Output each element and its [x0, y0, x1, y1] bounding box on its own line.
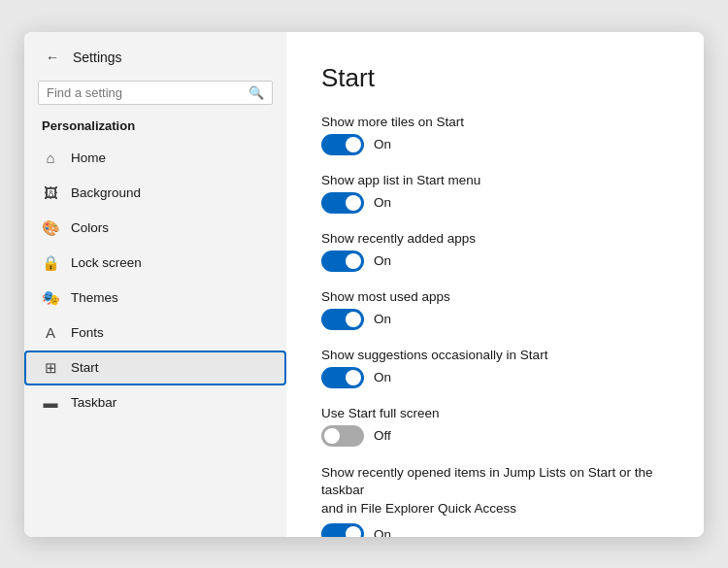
toggle-thumb-more-tiles: [346, 137, 361, 152]
lock-screen-icon: 🔒: [42, 254, 59, 272]
main-content: Start Show more tiles on Start On Show a…: [286, 32, 704, 537]
setting-row-more-tiles: Show more tiles on Start On: [321, 115, 669, 155]
colors-icon: 🎨: [42, 219, 59, 237]
toggle-full-screen[interactable]: [321, 425, 364, 447]
setting-label-suggestions: Show suggestions occasionally in Start: [321, 348, 669, 362]
toggle-row-most-used: On: [321, 309, 669, 330]
sidebar-item-colors[interactable]: 🎨 Colors: [24, 211, 286, 246]
toggle-more-tiles[interactable]: [321, 134, 364, 155]
taskbar-icon: ▬: [42, 394, 59, 412]
setting-label-most-used: Show most used apps: [321, 289, 669, 304]
toggle-recently-added[interactable]: [321, 251, 364, 272]
nav-item-label: Start: [71, 360, 99, 375]
sidebar-item-taskbar[interactable]: ▬ Taskbar: [24, 385, 286, 420]
toggle-suggestions[interactable]: [321, 367, 364, 388]
toggle-row-more-tiles: On: [321, 134, 669, 155]
toggle-row-suggestions: On: [321, 367, 669, 388]
page-title: Start: [321, 63, 669, 93]
toggle-text-most-used: On: [374, 312, 391, 326]
toggle-thumb-full-screen: [324, 428, 340, 444]
sidebar-item-themes[interactable]: 🎭 Themes: [24, 281, 286, 316]
sidebar-item-lock-screen[interactable]: 🔒 Lock screen: [24, 246, 286, 281]
setting-row-full-screen: Use Start full screen Off: [321, 406, 669, 447]
toggle-thumb-recently-added: [346, 253, 361, 269]
setting-label-full-screen: Use Start full screen: [321, 406, 669, 420]
toggle-text-more-tiles: On: [374, 137, 391, 151]
setting-label-app-list: Show app list in Start menu: [321, 173, 669, 187]
setting-row-suggestions: Show suggestions occasionally in Start O…: [321, 348, 669, 388]
toggle-text-full-screen: Off: [374, 428, 391, 443]
themes-icon: 🎭: [42, 289, 59, 307]
toggle-most-used[interactable]: [321, 309, 364, 330]
nav-item-label: Colors: [71, 220, 109, 235]
toggle-jump-lists[interactable]: [321, 523, 364, 536]
sidebar-header: ← Settings: [24, 32, 286, 77]
toggle-text-jump-lists: On: [374, 527, 391, 537]
search-input[interactable]: [47, 85, 248, 100]
nav-item-label: Themes: [71, 290, 118, 305]
toggle-text-recently-added: On: [374, 253, 391, 268]
toggle-thumb-app-list: [346, 195, 361, 211]
nav-item-label: Home: [71, 150, 106, 165]
toggle-text-suggestions: On: [374, 370, 391, 384]
home-icon: ⌂: [42, 150, 59, 167]
toggle-row-jump-lists: On: [321, 523, 669, 536]
sidebar-title: Settings: [73, 50, 122, 65]
toggle-thumb-jump-lists: [346, 526, 361, 536]
setting-row-jump-lists: Show recently opened items in Jump Lists…: [321, 464, 669, 537]
setting-label-more-tiles: Show more tiles on Start: [321, 115, 669, 129]
nav-item-label: Background: [71, 185, 141, 200]
fonts-icon: A: [42, 324, 59, 342]
nav-item-label: Lock screen: [71, 255, 142, 270]
toggle-row-app-list: On: [321, 192, 669, 214]
toggle-text-app-list: On: [374, 195, 391, 210]
setting-row-recently-added: Show recently added apps On: [321, 231, 669, 272]
sidebar-item-background[interactable]: 🖼 Background: [24, 176, 286, 211]
nav-item-label: Fonts: [71, 325, 104, 340]
nav-item-label: Taskbar: [71, 395, 116, 410]
sidebar-item-fonts[interactable]: A Fonts: [24, 316, 286, 351]
setting-row-most-used: Show most used apps On: [321, 289, 669, 330]
toggle-app-list[interactable]: [321, 192, 364, 214]
settings-list: Show more tiles on Start On Show app lis…: [321, 115, 669, 537]
toggle-row-recently-added: On: [321, 251, 669, 272]
start-icon: ⊞: [42, 359, 59, 377]
setting-label-jump-lists: Show recently opened items in Jump Lists…: [321, 464, 669, 519]
background-icon: 🖼: [42, 184, 59, 202]
sidebar: ← Settings 🔍 Personalization ⌂ Home 🖼 Ba…: [24, 32, 286, 537]
back-button[interactable]: ←: [42, 48, 63, 67]
sidebar-item-start[interactable]: ⊞ Start: [24, 351, 286, 385]
settings-window: ← Settings 🔍 Personalization ⌂ Home 🖼 Ba…: [24, 32, 704, 537]
section-label: Personalization: [24, 115, 286, 141]
toggle-thumb-most-used: [346, 312, 361, 327]
nav-list: ⌂ Home 🖼 Background 🎨 Colors 🔒 Lock scre…: [24, 141, 286, 420]
setting-label-recently-added: Show recently added apps: [321, 231, 669, 246]
sidebar-item-home[interactable]: ⌂ Home: [24, 141, 286, 176]
setting-row-app-list: Show app list in Start menu On: [321, 173, 669, 214]
toggle-thumb-suggestions: [346, 370, 361, 385]
search-icon: 🔍: [248, 85, 264, 100]
search-box[interactable]: 🔍: [38, 81, 273, 105]
toggle-row-full-screen: Off: [321, 425, 669, 447]
